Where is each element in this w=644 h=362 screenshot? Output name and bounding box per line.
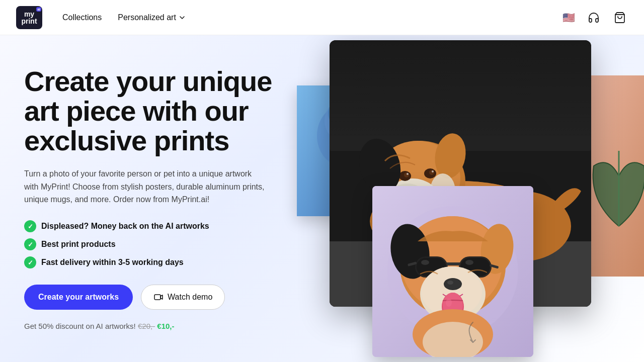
check-icon-2 (24, 238, 36, 250)
svg-rect-36 (447, 262, 460, 265)
feature-item-3: Fast delivery within 3-5 working days (24, 256, 278, 268)
feature-item-2: Best print products (24, 238, 278, 250)
logo[interactable]: my print ai (16, 6, 42, 29)
feature-text-2: Best print products (41, 240, 116, 249)
svg-point-46 (447, 281, 453, 285)
price-old: €20,- (138, 322, 155, 330)
discount-text: Get 50% discount on AI artworks! €20,- €… (24, 322, 278, 330)
hero-description: Turn a photo of your favorite person or … (24, 167, 266, 206)
nav-personalized-art[interactable]: Personalized art (118, 13, 186, 22)
svg-point-20 (429, 170, 434, 175)
logo-print-text: print (21, 18, 37, 25)
logo-my-text: my (24, 11, 34, 18)
logo-ai-badge: ai (36, 7, 41, 12)
cart-button[interactable] (612, 10, 628, 26)
chevron-down-icon (178, 14, 186, 22)
svg-point-22 (432, 170, 434, 172)
hero-left: Create your unique art piece with our ex… (0, 35, 302, 362)
headphone-icon (588, 12, 600, 24)
svg-point-39 (421, 260, 429, 265)
hero-images-container (302, 35, 644, 362)
video-icon (153, 292, 164, 302)
nav-links: Collections Personalized art (62, 13, 561, 22)
hero-title: Create your unique art piece with our ex… (24, 67, 278, 155)
nav-collections[interactable]: Collections (62, 13, 102, 22)
check-icon-1 (24, 220, 36, 232)
feature-text-1: Displeased? Money back on the AI artwork… (41, 222, 209, 231)
navbar: my print ai Collections Personalized art… (0, 0, 644, 35)
watch-demo-button[interactable]: Watch demo (141, 285, 225, 310)
svg-point-45 (444, 278, 462, 290)
support-button[interactable] (586, 10, 602, 26)
svg-point-40 (465, 260, 473, 265)
create-artworks-button[interactable]: Create your artworks (24, 285, 133, 310)
check-icon-3 (24, 256, 36, 268)
art-print (372, 186, 533, 357)
features-list: Displeased? Money back on the AI artwork… (24, 220, 278, 268)
feature-item-1: Displeased? Money back on the AI artwork… (24, 220, 278, 232)
art-print-svg (372, 186, 533, 357)
nav-right: 🇺🇸 (561, 10, 628, 26)
cart-icon (614, 12, 626, 24)
svg-point-49 (446, 299, 452, 307)
cta-buttons: Create your artworks Watch demo (24, 285, 278, 310)
hero-right (302, 35, 644, 362)
price-new: €10,- (157, 322, 174, 330)
scroll-arrow-icon (465, 320, 480, 345)
svg-rect-1 (154, 295, 160, 300)
language-selector[interactable]: 🇺🇸 (561, 13, 576, 23)
hero-section: Create your unique art piece with our ex… (0, 35, 644, 362)
svg-point-21 (407, 173, 409, 175)
feature-text-3: Fast delivery within 3-5 working days (41, 258, 184, 267)
scroll-arrow (465, 320, 480, 347)
svg-point-19 (404, 172, 409, 177)
